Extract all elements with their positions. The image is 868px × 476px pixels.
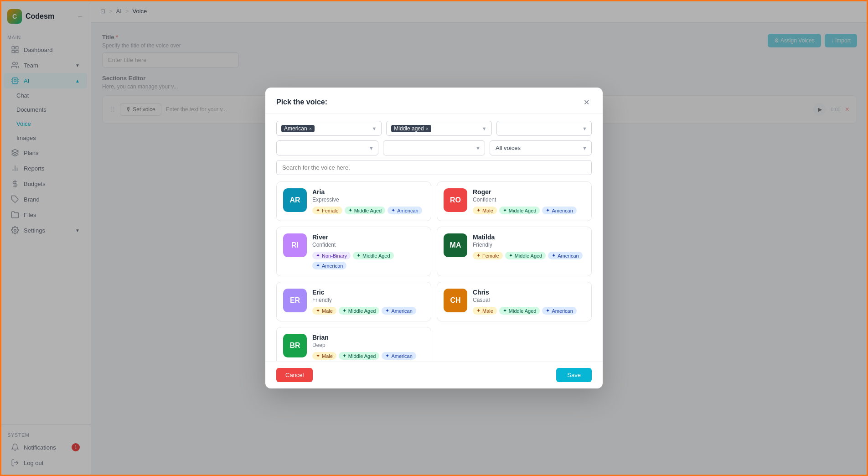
voice-info: Aria Expressive ✦ Female ✦ Middle Aged ✦… <box>312 188 424 214</box>
voice-info: Chris Casual ✦ Male ✦ Middle Aged ✦ Amer… <box>473 289 585 315</box>
voice-name: Roger <box>473 188 585 196</box>
modal-close-button[interactable]: ✕ <box>581 97 592 108</box>
age-filter[interactable]: Middle aged × ▼ <box>386 121 491 136</box>
voice-tag-accent: ✦ American <box>382 307 416 315</box>
filter-row-1: American × ▼ Middle aged × ▼ Female Male <box>276 121 592 136</box>
voice-tag-age: ✦ Middle Aged <box>339 352 380 360</box>
voice-name: Brian <box>312 334 424 341</box>
voice-tags: ✦ Male ✦ Middle Aged ✦ American <box>312 307 424 315</box>
voice-avatar: RO <box>444 188 467 212</box>
voice-style: Expressive <box>312 197 424 203</box>
voice-card-matilda[interactable]: MA Matilda Friendly ✦ Female ✦ Middle Ag… <box>437 227 592 276</box>
voice-avatar: MA <box>444 233 467 257</box>
voice-tag-age: ✦ Middle Aged <box>353 252 394 259</box>
accent-value: American <box>284 125 307 132</box>
gender-filter[interactable]: Female Male Non-Binary <box>496 121 592 136</box>
voice-info: River Confident ✦ Non-Binary ✦ Middle Ag… <box>312 233 424 269</box>
voice-name: Matilda <box>473 233 585 241</box>
modal-title: Pick the voice: <box>276 98 327 106</box>
voices-filter-wrap: All voices Female Male ▼ <box>490 140 592 155</box>
voice-tag-accent: ✦ American <box>548 252 582 259</box>
extra-filter-2[interactable] <box>383 140 485 155</box>
voice-tags: ✦ Male ✦ Middle Aged ✦ American <box>473 207 585 214</box>
age-value: Middle aged <box>394 125 424 132</box>
voice-tag-gender: ✦ Male <box>473 307 497 315</box>
voice-tags: ✦ Female ✦ Middle Aged ✦ American <box>312 207 424 214</box>
voice-tag-accent: ✦ American <box>542 307 576 315</box>
voice-style: Confident <box>312 242 424 248</box>
voice-tag-gender: ✦ Male <box>473 207 497 214</box>
modal-body: American × ▼ Middle aged × ▼ Female Male <box>265 114 603 361</box>
voice-card-river[interactable]: RI River Confident ✦ Non-Binary ✦ Middle… <box>276 227 431 276</box>
voices-filter[interactable]: All voices Female Male <box>490 140 592 155</box>
voice-card-roger[interactable]: RO Roger Confident ✦ Male ✦ Middle Aged … <box>437 181 592 221</box>
voice-info: Roger Confident ✦ Male ✦ Middle Aged ✦ A… <box>473 188 585 214</box>
extra-filter-1[interactable] <box>276 140 378 155</box>
voice-tag-gender: ✦ Female <box>473 252 503 259</box>
voice-style: Friendly <box>473 242 585 248</box>
voice-tag-accent: ✦ American <box>388 207 422 214</box>
modal-footer: Cancel Save <box>265 361 603 388</box>
voice-grid: AR Aria Expressive ✦ Female ✦ Middle Age… <box>276 181 592 361</box>
voice-name: River <box>312 233 424 241</box>
accent-clear-icon[interactable]: × <box>309 126 312 131</box>
voice-name: Eric <box>312 289 424 296</box>
accent-tag: American × <box>281 125 315 132</box>
voice-tags: ✦ Male ✦ Middle Aged ✦ American <box>312 352 424 360</box>
voice-tags: ✦ Non-Binary ✦ Middle Aged ✦ American <box>312 252 424 269</box>
save-button[interactable]: Save <box>556 368 592 382</box>
voice-tag-gender: ✦ Female <box>312 207 342 214</box>
voice-tag-nonbinary: ✦ Non-Binary <box>312 252 351 259</box>
voice-tag-accent: ✦ American <box>312 262 346 269</box>
voice-card-brian[interactable]: BR Brian Deep ✦ Male ✦ Middle Aged ✦ Ame… <box>276 327 431 361</box>
voice-picker-modal: Pick the voice: ✕ American × ▼ Middle ag… <box>265 88 603 388</box>
age-tag: Middle aged × <box>391 125 431 132</box>
accent-filter[interactable]: American × ▼ <box>276 121 382 136</box>
voice-tag-age: ✦ Middle Aged <box>339 307 380 315</box>
gender-filter-wrap: Female Male Non-Binary ▼ <box>496 121 592 136</box>
chevron-down-icon: ▼ <box>482 126 487 131</box>
cancel-button[interactable]: Cancel <box>276 368 313 382</box>
voice-tag-age: ✦ Middle Aged <box>345 207 386 214</box>
voice-card-eric[interactable]: ER Eric Friendly ✦ Male ✦ Middle Aged ✦ … <box>276 282 431 321</box>
voice-tag-age: ✦ Middle Aged <box>499 207 540 214</box>
voice-tag-gender: ✦ Male <box>312 352 336 360</box>
extra-filter-1-wrap: ▼ <box>276 140 378 155</box>
modal-header: Pick the voice: ✕ <box>265 88 603 114</box>
voice-style: Casual <box>473 297 585 303</box>
voice-style: Deep <box>312 342 424 348</box>
voice-search-input[interactable] <box>276 160 592 175</box>
voice-avatar: RI <box>283 233 307 257</box>
voice-card-aria[interactable]: AR Aria Expressive ✦ Female ✦ Middle Age… <box>276 181 431 221</box>
age-clear-icon[interactable]: × <box>426 126 429 131</box>
voice-name: Chris <box>473 289 585 296</box>
voice-avatar: CH <box>444 289 467 312</box>
voice-avatar: ER <box>283 289 307 312</box>
chevron-down-icon: ▼ <box>372 126 377 131</box>
voice-info: Matilda Friendly ✦ Female ✦ Middle Aged … <box>473 233 585 259</box>
extra-filter-2-wrap: ▼ <box>383 140 485 155</box>
voice-name: Aria <box>312 188 424 196</box>
voice-card-chris[interactable]: CH Chris Casual ✦ Male ✦ Middle Aged ✦ A… <box>437 282 592 321</box>
voice-tag-gender: ✦ Male <box>312 307 336 315</box>
voice-avatar: AR <box>283 188 307 212</box>
voice-info: Eric Friendly ✦ Male ✦ Middle Aged ✦ Ame… <box>312 289 424 315</box>
voice-tag-age: ✦ Middle Aged <box>505 252 546 259</box>
voice-style: Friendly <box>312 297 424 303</box>
voice-avatar: BR <box>283 334 307 357</box>
voice-style: Confident <box>473 197 585 203</box>
voice-tag-age: ✦ Middle Aged <box>499 307 540 315</box>
voice-tag-accent: ✦ American <box>382 352 416 360</box>
voice-info: Brian Deep ✦ Male ✦ Middle Aged ✦ Americ… <box>312 334 424 360</box>
filter-row-2: ▼ ▼ All voices Female Male ▼ <box>276 140 592 155</box>
voice-tags: ✦ Male ✦ Middle Aged ✦ American <box>473 307 585 315</box>
voice-tags: ✦ Female ✦ Middle Aged ✦ American <box>473 252 585 259</box>
voice-tag-accent: ✦ American <box>542 207 576 214</box>
